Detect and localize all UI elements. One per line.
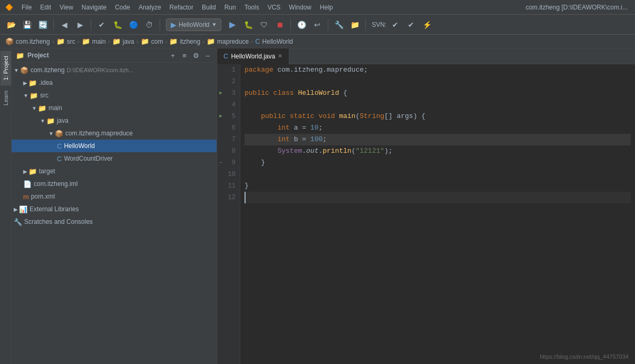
svn-label: SVN: (372, 21, 386, 28)
gutter-11: 11 (217, 180, 240, 192)
undo-btn[interactable]: ↩ (310, 18, 324, 32)
menu-run[interactable]: Run (221, 2, 240, 13)
tree-main-label: main (48, 104, 62, 112)
tree-pom[interactable]: m pom.xml (12, 190, 217, 203)
menu-analyze[interactable]: Analyze (135, 2, 165, 13)
breadcrumb-mapreduce[interactable]: mapreduce (217, 38, 249, 45)
settings-btn[interactable]: 🔧 (332, 18, 346, 32)
back-btn[interactable]: ◀ (57, 18, 71, 32)
editor-tab-helloworld[interactable]: C HelloWorld.java ✕ (217, 48, 289, 64)
code-content[interactable]: package com.itzheng.mapreduce; public cl… (240, 64, 635, 364)
line-numbers: 1 2 ▶ 3 4 ▶ 5 6 7 8 – 9 10 11 (217, 64, 240, 364)
arrow-icon-3[interactable]: ▶ (219, 87, 222, 99)
code-line-11: } (245, 180, 631, 192)
breadcrumb-class[interactable]: HelloWorld (262, 38, 293, 45)
breadcrumb-com[interactable]: com (151, 38, 163, 45)
menu-tools[interactable]: Tools (241, 2, 263, 13)
menu-edit[interactable]: Edit (36, 2, 55, 13)
editor-tab-close[interactable]: ✕ (278, 53, 282, 60)
tree-ext-libs-label: External Libraries (30, 205, 79, 213)
tree-scratches[interactable]: 🔧 Scratches and Consoles (12, 215, 217, 228)
minimize-btn[interactable]: – (203, 51, 212, 60)
menu-view[interactable]: View (56, 2, 77, 13)
learn-tab[interactable]: Learn (1, 85, 11, 111)
menu-build[interactable]: Build (198, 2, 220, 13)
project-structure-btn[interactable]: 📁 (348, 18, 362, 32)
code-line-12 (245, 192, 631, 203)
tree-wordcount[interactable]: C WordCountDriver (12, 152, 217, 165)
breadcrumb-src[interactable]: src (67, 38, 75, 45)
run-btn[interactable]: ▶ (226, 18, 239, 32)
tree-ext-libs[interactable]: ▶ 📊 External Libraries (12, 203, 217, 215)
sep1 (53, 19, 54, 31)
code-line-1: package com.itzheng.mapreduce; (245, 64, 631, 76)
menu-refactor[interactable]: Refactor (166, 2, 197, 13)
tree-target-label: target (39, 168, 55, 175)
gutter-5: ▶ 5 (217, 111, 240, 122)
editor-tabs: C HelloWorld.java ✕ (217, 48, 635, 64)
tree-java[interactable]: ▼ 📁 java (12, 114, 217, 127)
debug-btn[interactable]: 🐛 (111, 18, 124, 32)
tree-main[interactable]: ▼ 📁 main (12, 102, 217, 114)
open-btn[interactable]: 📂 (4, 18, 18, 32)
tree-iml[interactable]: 📄 com.itzheng.iml (12, 178, 217, 190)
side-tabs: 1: Project Learn (0, 48, 12, 364)
coverage-btn[interactable]: 🔵 (126, 18, 140, 32)
tree-idea[interactable]: ▶ 📁 .idea (12, 76, 217, 89)
code-line-10 (245, 169, 631, 180)
svn-commit-btn[interactable]: ✔ (404, 18, 418, 32)
sep4 (290, 19, 291, 31)
tree-helloworld[interactable]: C HelloWorld (12, 140, 217, 152)
gutter-10: 10 (217, 169, 240, 180)
profile-btn[interactable]: ⏱ (142, 18, 156, 32)
gear-btn[interactable]: ⚙ (191, 51, 201, 60)
collapse-btn[interactable]: ≡ (180, 51, 189, 60)
svn-update-btn[interactable]: ✔ (388, 18, 402, 32)
project-panel: 📁 Project + ≡ ⚙ – ▼ 📦 com.itzheng D:\IDE… (12, 48, 217, 364)
code-line-9: } (245, 157, 631, 169)
history-btn[interactable]: 🕐 (295, 18, 308, 32)
tree-root[interactable]: ▼ 📦 com.itzheng D:\IDEAWORK\com.itzh... (12, 64, 217, 76)
code-line-5: public static void main(String[] args) { (245, 111, 631, 122)
code-line-6: int a = 10; (245, 122, 631, 134)
gutter-12: 12 (217, 192, 240, 203)
coverage2-btn[interactable]: 🛡 (257, 18, 271, 32)
run-config-label: HelloWorld (179, 21, 209, 28)
breadcrumb-itzheng[interactable]: itzheng (180, 38, 200, 45)
menu-code[interactable]: Code (111, 2, 134, 13)
code-line-2 (245, 76, 631, 87)
menu-file[interactable]: File (18, 2, 35, 13)
editor-tab-label: HelloWorld.java (231, 53, 275, 60)
menu-navigate[interactable]: Navigate (78, 2, 110, 13)
tree-src[interactable]: ▼ 📁 src (12, 89, 217, 102)
menu-vcs[interactable]: VCS (264, 2, 285, 13)
check-btn[interactable]: ✔ (95, 18, 109, 32)
run-config-selector[interactable]: ▶ HelloWorld ▼ (166, 18, 221, 31)
breadcrumb: 📦 com.itzheng › 📁 src › 📁 main › 📁 java … (0, 35, 635, 48)
arrow-icon-5[interactable]: ▶ (219, 111, 222, 122)
code-line-7: int b = 100; (245, 134, 631, 145)
project-tab[interactable]: 1: Project (1, 51, 11, 85)
breadcrumb-root[interactable]: com.itzheng (16, 38, 50, 45)
gutter-2: 2 (217, 76, 240, 87)
svn-more-btn[interactable]: ⚡ (420, 18, 434, 32)
add-btn[interactable]: + (168, 51, 178, 60)
save-btn[interactable]: 💾 (20, 18, 34, 32)
sep2 (91, 19, 91, 31)
menu-help[interactable]: Help (316, 2, 337, 13)
debug2-btn[interactable]: 🐛 (241, 18, 255, 32)
tree-package[interactable]: ▼ 📦 com.itzheng.mapreduce (12, 127, 217, 140)
fold-icon-9[interactable]: – (219, 157, 222, 169)
breadcrumb-java[interactable]: java (123, 38, 134, 45)
toolbar: 📂 💾 🔄 ◀ ▶ ✔ 🐛 🔵 ⏱ ▶ HelloWorld ▼ ▶ 🐛 🛡 ⏹… (0, 15, 635, 35)
breadcrumb-main[interactable]: main (92, 38, 106, 45)
tree-root-meta: D:\IDEAWORK\com.itzh... (67, 67, 134, 73)
sync-btn[interactable]: 🔄 (36, 18, 50, 32)
tree-idea-label: .idea (39, 79, 53, 86)
menu-window[interactable]: Window (285, 2, 315, 13)
stop-btn[interactable]: ⏹ (273, 18, 287, 32)
forward-btn[interactable]: ▶ (73, 18, 87, 32)
panel-header-actions: + ≡ ⚙ – (168, 51, 212, 60)
tree-wordcount-label: WordCountDriver (64, 155, 112, 162)
tree-target[interactable]: ▶ 📁 target (12, 165, 217, 178)
